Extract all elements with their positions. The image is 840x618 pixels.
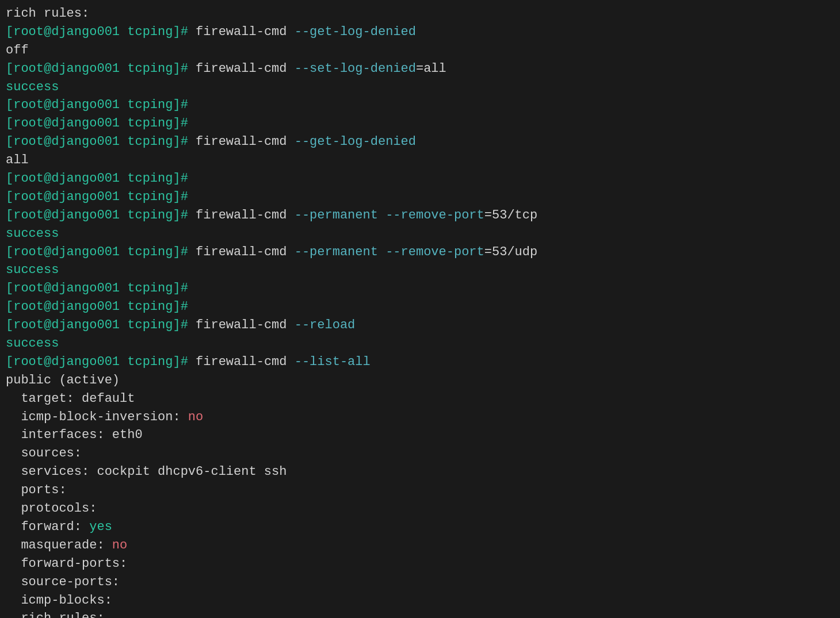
terminal: rich rules:[root@django001 tcping]# fire… (6, 5, 834, 618)
prompt: [root@django001 tcping]# (6, 279, 196, 298)
output-text: sources: (6, 444, 82, 463)
terminal-line: [root@django001 tcping]# firewall-cmd --… (6, 60, 834, 78)
command-part: --remove-port (385, 206, 484, 225)
terminal-line: rich rules: (6, 5, 834, 23)
terminal-line: target: default (6, 390, 834, 408)
prompt: [root@django001 tcping]# (6, 170, 196, 188)
output-text: no (188, 408, 203, 427)
prompt: [root@django001 tcping]# (6, 316, 196, 335)
terminal-line: icmp-blocks: (6, 592, 834, 610)
terminal-line: off (6, 41, 834, 60)
output-text: protocols: (6, 500, 97, 518)
terminal-line: masquerade: no (6, 536, 834, 555)
output-text: source-ports: (6, 573, 120, 592)
command-part: --get-log-denied (295, 23, 416, 41)
output-text: rich rules: (6, 5, 89, 23)
output-text: icmp-block-inversion: (6, 408, 188, 427)
terminal-line: success (6, 335, 834, 353)
command-part: firewall-cmd (196, 316, 295, 335)
command-part: --list-all (295, 353, 371, 371)
terminal-line: [root@django001 tcping]# (6, 96, 834, 114)
output-text: success (6, 225, 59, 243)
terminal-line: icmp-block-inversion: no (6, 408, 834, 427)
command-part: firewall-cmd (196, 206, 295, 225)
command-part: =all (416, 60, 446, 78)
prompt: [root@django001 tcping]# (6, 133, 196, 151)
command-part: firewall-cmd (196, 243, 295, 262)
output-text: forward-ports: (6, 555, 127, 573)
prompt: [root@django001 tcping]# (6, 114, 196, 133)
terminal-line: all (6, 151, 834, 170)
prompt: [root@django001 tcping]# (6, 353, 196, 371)
output-text: masquerade: (6, 536, 112, 555)
terminal-line: [root@django001 tcping]# firewall-cmd --… (6, 243, 834, 262)
command-part: =53/tcp (484, 206, 537, 225)
terminal-line: [root@django001 tcping]# (6, 188, 834, 206)
output-text: off (6, 41, 29, 60)
prompt: [root@django001 tcping]# (6, 23, 196, 41)
terminal-line: [root@django001 tcping]# firewall-cmd --… (6, 316, 834, 335)
terminal-line: [root@django001 tcping]# firewall-cmd --… (6, 206, 834, 225)
terminal-line: sources: (6, 444, 834, 463)
terminal-line: protocols: (6, 500, 834, 518)
prompt: [root@django001 tcping]# (6, 298, 196, 316)
terminal-line: [root@django001 tcping]# (6, 298, 834, 316)
terminal-line: interfaces: eth0 (6, 426, 834, 444)
command-part: firewall-cmd (196, 60, 295, 78)
command-part: firewall-cmd (196, 23, 295, 41)
terminal-line: ports: (6, 481, 834, 500)
output-text: success (6, 78, 59, 97)
output-text: forward: (6, 518, 89, 536)
terminal-line: [root@django001 tcping]# firewall-cmd --… (6, 133, 834, 151)
terminal-line: source-ports: (6, 573, 834, 592)
prompt: [root@django001 tcping]# (6, 206, 196, 225)
output-text: success (6, 335, 59, 353)
prompt: [root@django001 tcping]# (6, 96, 196, 114)
terminal-line: public (active) (6, 371, 834, 390)
output-text: all (6, 151, 29, 170)
output-text: icmp-blocks: (6, 592, 112, 610)
terminal-line: [root@django001 tcping]# firewall-cmd --… (6, 23, 834, 41)
output-text: yes (89, 518, 112, 536)
terminal-line: services: cockpit dhcpv6-client ssh (6, 463, 834, 481)
terminal-line: forward: yes (6, 518, 834, 536)
command-part: --get-log-denied (295, 133, 416, 151)
command-part: --remove-port (385, 243, 484, 262)
command-part: --permanent (295, 206, 385, 225)
command-part: firewall-cmd (196, 133, 295, 151)
terminal-line: success (6, 78, 834, 97)
terminal-line: success (6, 225, 834, 243)
command-part: --reload (295, 316, 356, 335)
output-text: public (active) (6, 371, 120, 390)
output-text: success (6, 261, 59, 279)
terminal-line: success (6, 261, 834, 279)
output-text: interfaces: eth0 (6, 426, 143, 444)
terminal-line: [root@django001 tcping]# (6, 114, 834, 133)
terminal-line: [root@django001 tcping]# firewall-cmd --… (6, 353, 834, 371)
output-text: ports: (6, 481, 67, 500)
output-text: rich rules: (6, 609, 105, 618)
command-part: --permanent (295, 243, 385, 262)
output-text: no (112, 536, 127, 555)
terminal-line: [root@django001 tcping]# (6, 279, 834, 298)
prompt: [root@django001 tcping]# (6, 188, 196, 206)
command-part: =53/udp (484, 243, 537, 262)
terminal-line: rich rules: (6, 609, 834, 618)
terminal-line: [root@django001 tcping]# (6, 170, 834, 188)
command-part: --set-log-denied (295, 60, 416, 78)
prompt: [root@django001 tcping]# (6, 60, 196, 78)
command-part: firewall-cmd (196, 353, 295, 371)
prompt: [root@django001 tcping]# (6, 243, 196, 262)
output-text: services: cockpit dhcpv6-client ssh (6, 463, 287, 481)
output-text: target: default (6, 390, 135, 408)
terminal-line: forward-ports: (6, 555, 834, 573)
